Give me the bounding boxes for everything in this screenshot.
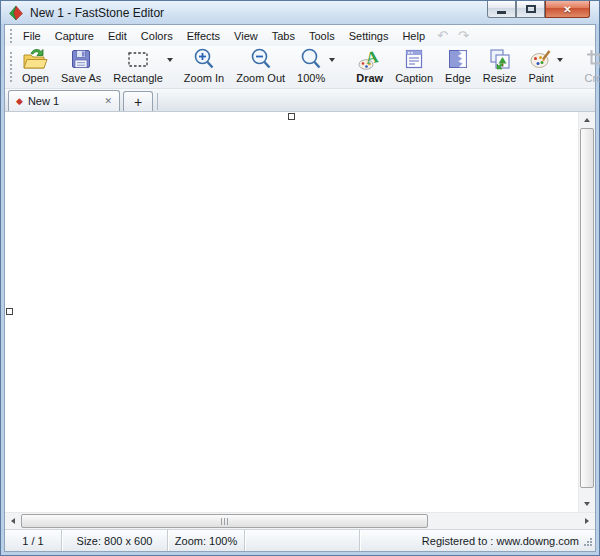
rectangle-select-button[interactable]: Rectangle [107, 47, 169, 87]
scroll-grip-icon [221, 518, 229, 525]
tab-new1[interactable]: ◆ New 1 ✕ [8, 90, 120, 111]
zoom-in-icon [192, 47, 216, 71]
caption-textbox-icon [402, 47, 426, 71]
horizontal-scroll-track[interactable] [21, 513, 579, 529]
menu-capture[interactable]: Capture [48, 27, 101, 45]
status-image-size: Size: 800 x 600 [62, 530, 168, 551]
zoom-100-button[interactable]: 100% [291, 47, 331, 87]
redo-icon[interactable]: ↷ [453, 28, 474, 43]
app-window: New 1 - FastStone Editor ✕ File Capture … [0, 0, 600, 556]
save-as-button[interactable]: Save As [55, 47, 107, 87]
modified-diamond-icon: ◆ [16, 96, 23, 106]
menu-effects[interactable]: Effects [180, 27, 227, 45]
paint-palette-icon [529, 47, 553, 71]
floppy-disk-icon [69, 47, 93, 71]
menu-view[interactable]: View [227, 27, 265, 45]
draw-button[interactable]: A Draw [350, 47, 389, 87]
tab-separator [157, 93, 158, 110]
arrow-right-icon [585, 518, 589, 524]
zoom-out-button[interactable]: Zoom Out [230, 47, 291, 87]
client-area: File Capture Edit Colors Effects View Ta… [4, 24, 596, 552]
maximize-icon [526, 5, 536, 13]
tab-label: New 1 [28, 95, 100, 107]
menu-tabs[interactable]: Tabs [265, 27, 302, 45]
toolbar: Open Save As Rectangle [5, 46, 595, 89]
resize-handle-left[interactable] [6, 308, 13, 315]
tab-close-icon[interactable]: ✕ [104, 96, 112, 106]
status-zoom-level: Zoom: 100% [168, 530, 245, 551]
menubar-grip[interactable] [10, 29, 12, 43]
open-folder-icon [22, 47, 48, 71]
minimize-icon [497, 11, 506, 14]
menu-settings[interactable]: Settings [342, 27, 396, 45]
zoom-in-button[interactable]: Zoom In [178, 47, 230, 87]
scroll-down-button[interactable] [579, 496, 595, 512]
minimize-button[interactable] [487, 1, 516, 18]
menu-tools[interactable]: Tools [302, 27, 342, 45]
menu-edit[interactable]: Edit [101, 27, 134, 45]
arrow-up-icon [584, 118, 590, 122]
crop-icon [584, 47, 600, 71]
caption-button[interactable]: Caption [389, 47, 439, 87]
close-button[interactable]: ✕ [545, 1, 590, 18]
arrow-down-icon [584, 502, 590, 506]
torn-edge-icon [446, 47, 470, 71]
vertical-scroll-thumb[interactable] [580, 128, 594, 488]
edge-button[interactable]: Edge [439, 47, 477, 87]
scroll-right-button[interactable] [579, 513, 595, 529]
status-page-indicator: 1 / 1 [5, 530, 62, 551]
tab-bar: ◆ New 1 ✕ + [5, 89, 595, 112]
open-button[interactable]: Open [16, 47, 55, 87]
resize-squares-icon [488, 47, 512, 71]
crop-button: Crop [578, 47, 600, 87]
maximize-button[interactable] [516, 1, 545, 18]
svg-text:A: A [364, 47, 380, 68]
paint-button[interactable]: Paint [522, 47, 559, 87]
resize-button[interactable]: Resize [477, 47, 523, 87]
vertical-scroll-track[interactable] [579, 128, 595, 496]
window-resize-grip[interactable] [583, 537, 593, 549]
scroll-left-button[interactable] [5, 513, 21, 529]
undo-icon[interactable]: ↶ [432, 28, 453, 43]
app-icon [8, 5, 24, 21]
zoom-out-icon [249, 47, 273, 71]
window-title: New 1 - FastStone Editor [30, 6, 164, 20]
dashed-rectangle-icon [126, 47, 150, 71]
horizontal-scroll-thumb[interactable] [21, 514, 428, 528]
status-bar: 1 / 1 Size: 800 x 600 Zoom: 100% Registe… [5, 529, 595, 551]
rectangle-dropdown-arrow-icon[interactable] [167, 58, 173, 62]
arrow-left-icon [11, 518, 15, 524]
image-canvas[interactable] [5, 112, 578, 512]
title-bar: New 1 - FastStone Editor ✕ [1, 1, 599, 24]
status-registered-to: Registered to : www.downg.com [360, 530, 595, 551]
draw-palette-icon: A [358, 47, 382, 71]
paint-dropdown-arrow-icon[interactable] [557, 58, 563, 62]
canvas-area [5, 112, 595, 512]
horizontal-scrollbar[interactable] [5, 512, 595, 529]
resize-handle-top[interactable] [288, 113, 295, 120]
menu-help[interactable]: Help [395, 27, 432, 45]
scroll-up-button[interactable] [579, 112, 595, 128]
vertical-scrollbar[interactable] [578, 112, 595, 512]
menu-colors[interactable]: Colors [134, 27, 180, 45]
new-tab-button[interactable]: + [123, 91, 153, 111]
close-icon: ✕ [563, 4, 571, 15]
magnifier-icon [299, 47, 323, 71]
window-controls: ✕ [487, 1, 590, 18]
zoom-dropdown-arrow-icon[interactable] [329, 58, 335, 62]
menu-bar: File Capture Edit Colors Effects View Ta… [5, 25, 595, 46]
toolbar-grip[interactable] [10, 52, 12, 82]
menu-file[interactable]: File [16, 27, 48, 45]
status-empty-panel [245, 530, 360, 551]
